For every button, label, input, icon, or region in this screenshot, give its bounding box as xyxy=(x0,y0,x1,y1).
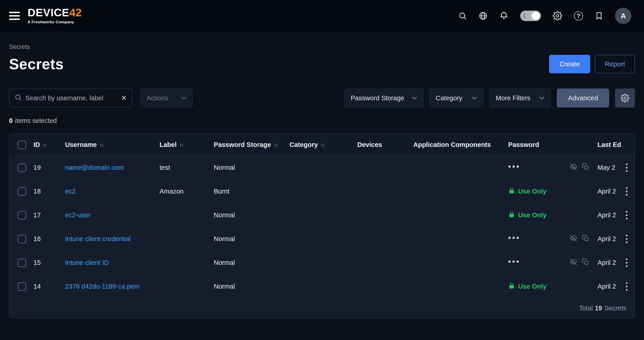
page-title: Secrets xyxy=(9,56,64,73)
username-link[interactable]: name@domain.com xyxy=(65,164,124,171)
row-actions-kebab-icon[interactable] xyxy=(624,209,630,222)
table-row: 14 2376 d42do-1189-ca.pem Normal Use Onl… xyxy=(10,274,634,298)
cell-id: 17 xyxy=(31,211,63,219)
masked-password: *** xyxy=(508,164,520,171)
table-row: 18 ec2 Amazon Burnt Use Only April 2 xyxy=(10,179,634,203)
cell-label: Amazon xyxy=(157,188,212,195)
row-actions-kebab-icon[interactable] xyxy=(624,185,630,198)
breadcrumb[interactable]: Secrets xyxy=(9,44,635,51)
show-password-eye-off-icon[interactable] xyxy=(570,163,577,172)
cell-last-edited: April 2 xyxy=(595,211,622,219)
sort-icon[interactable] xyxy=(100,142,103,147)
username-link[interactable]: Intune client credential xyxy=(65,235,130,243)
row-actions-kebab-icon[interactable] xyxy=(624,161,630,174)
table-settings-button[interactable] xyxy=(615,89,635,107)
row-checkbox[interactable] xyxy=(18,259,26,267)
cell-last-edited: April 2 xyxy=(595,283,622,290)
moon-icon xyxy=(523,12,528,20)
create-button[interactable]: Create xyxy=(549,55,590,73)
category-filter-dropdown[interactable]: Category xyxy=(429,89,484,107)
menu-icon[interactable] xyxy=(9,12,20,20)
table-row: 19 name@domain.com test Normal *** May 2 xyxy=(10,155,634,179)
clear-search-icon[interactable] xyxy=(121,95,127,101)
search-input-icon xyxy=(14,94,22,103)
show-password-eye-off-icon[interactable] xyxy=(570,258,577,267)
advanced-button[interactable]: Advanced xyxy=(557,89,609,107)
copy-password-icon[interactable] xyxy=(582,258,589,267)
chevron-down-icon xyxy=(181,96,186,100)
cell-id: 14 xyxy=(31,283,63,290)
copy-password-icon[interactable] xyxy=(582,235,589,243)
more-filters-label: More Filters xyxy=(496,94,530,102)
logo[interactable]: DEVICE42 A Freshworks Company xyxy=(28,7,82,25)
sort-icon[interactable] xyxy=(321,142,324,147)
use-only-badge: Use Only xyxy=(508,282,546,291)
row-checkbox[interactable] xyxy=(18,282,26,291)
masked-password: *** xyxy=(508,235,520,243)
table-row: 16 Intune client credential Normal *** A… xyxy=(10,227,634,251)
notifications-bell-icon[interactable] xyxy=(500,11,508,20)
table-row: 17 ec2-user Normal Use Only April 2 xyxy=(10,203,634,227)
chevron-down-icon xyxy=(539,96,544,100)
user-avatar[interactable]: A xyxy=(615,8,631,24)
more-filters-dropdown[interactable]: More Filters xyxy=(490,89,551,107)
masked-password: *** xyxy=(508,259,520,266)
chevron-down-icon xyxy=(472,96,477,100)
search-input[interactable] xyxy=(25,94,118,102)
column-header-id[interactable]: ID xyxy=(31,141,63,148)
selection-label: items selected xyxy=(15,117,57,124)
theme-toggle[interactable] xyxy=(520,11,541,21)
actions-dropdown[interactable]: Actions xyxy=(140,89,193,107)
top-navbar: DEVICE42 A Freshworks Company A xyxy=(0,0,644,32)
use-only-badge: Use Only xyxy=(508,187,546,196)
sort-icon[interactable] xyxy=(43,142,46,147)
column-header-username[interactable]: Username xyxy=(63,141,157,148)
bookmark-icon[interactable] xyxy=(595,12,603,20)
column-header-category[interactable]: Category xyxy=(287,141,355,148)
row-checkbox[interactable] xyxy=(18,235,26,243)
password-storage-filter-dropdown[interactable]: Password Storage xyxy=(344,89,424,107)
row-checkbox[interactable] xyxy=(18,163,26,172)
username-link[interactable]: ec2-user xyxy=(65,211,90,219)
cell-id: 15 xyxy=(31,259,63,266)
lock-icon xyxy=(508,187,515,196)
gear-icon xyxy=(621,94,629,102)
cell-last-edited: April 2 xyxy=(595,235,622,243)
cell-last-edited: April 2 xyxy=(595,188,622,195)
globe-icon[interactable] xyxy=(478,11,488,20)
cell-password-storage: Normal xyxy=(212,235,287,243)
column-header-label[interactable]: Label xyxy=(157,141,212,148)
report-button[interactable]: Report xyxy=(595,55,635,73)
help-icon[interactable] xyxy=(574,11,583,20)
use-only-badge: Use Only xyxy=(508,211,546,219)
row-checkbox[interactable] xyxy=(18,211,26,220)
cell-id: 18 xyxy=(31,188,63,195)
show-password-eye-off-icon[interactable] xyxy=(570,235,577,243)
brand-tagline: A Freshworks Company xyxy=(28,20,82,25)
brand-main: DEVICE xyxy=(28,7,69,19)
row-actions-kebab-icon[interactable] xyxy=(624,256,630,269)
username-link[interactable]: ec2 xyxy=(65,188,76,195)
cell-password-storage: Normal xyxy=(212,164,287,171)
cell-id: 16 xyxy=(31,235,63,243)
selection-status: 0items selected xyxy=(9,117,635,124)
cell-password-storage: Normal xyxy=(212,259,287,266)
row-actions-kebab-icon[interactable] xyxy=(624,233,630,245)
copy-password-icon[interactable] xyxy=(582,163,589,172)
select-all-checkbox[interactable] xyxy=(18,140,26,149)
actions-dropdown-label: Actions xyxy=(147,94,168,102)
cell-password-storage: Normal xyxy=(212,211,287,219)
username-link[interactable]: Intune client ID xyxy=(65,259,109,266)
row-actions-kebab-icon[interactable] xyxy=(624,280,630,293)
row-checkbox[interactable] xyxy=(18,187,26,196)
username-link[interactable]: 2376 d42do-1189-ca.pem xyxy=(65,283,140,290)
sort-icon[interactable] xyxy=(274,142,278,147)
column-header-password: Password xyxy=(506,141,595,148)
sort-icon[interactable] xyxy=(180,142,183,147)
column-header-password-storage[interactable]: Password Storage xyxy=(212,141,287,148)
column-header-last-edited: Last Edited xyxy=(595,141,622,148)
settings-gear-icon[interactable] xyxy=(553,11,562,21)
search-icon[interactable] xyxy=(458,12,467,20)
chevron-down-icon xyxy=(412,96,417,100)
lock-icon xyxy=(508,282,515,291)
